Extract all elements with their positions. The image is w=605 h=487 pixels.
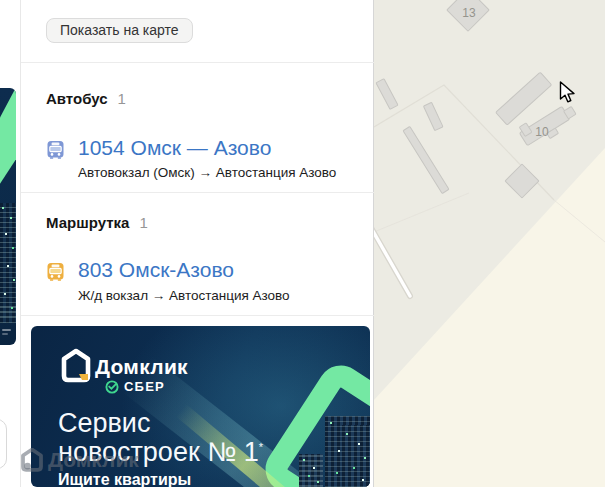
route-endpoints: Ж/д вокзал → Автостанция Азово [78,288,290,303]
sber-logo-icon [105,380,119,394]
domclick-brand-name: Домклик [95,355,188,379]
map-canvas[interactable]: 13 10 [374,0,605,487]
domclick-ad-banner[interactable]: Домклик СБЕР Сервис новостроек № 1* Ищит… [31,326,370,487]
previous-ad-card-edge[interactable] [0,88,16,345]
sber-brand-name: СБЕР [124,379,165,394]
ad-building [299,454,323,487]
domclick-house-logo-icon [61,348,91,384]
section-divider [21,192,374,193]
transit-search-results-screen: Показать на карте Автобус1 1054 Омск — А… [0,0,605,487]
section-count: 1 [139,214,147,231]
section-divider [21,62,374,63]
route-endpoints: Автовокзал (Омск) → Автостанция Азово [78,165,336,180]
search-results-panel: Показать на карте Автобус1 1054 Омск — А… [21,0,374,487]
ad-headline-line2: новостроек № 1* [58,437,263,468]
bus-icon [45,139,66,160]
section-header-minibus: Маршрутка1 [46,214,148,231]
section-label: Автобус [46,90,108,107]
route-link-803[interactable]: 803 Омск-Азово [78,258,234,282]
disclaimer-fragment [2,333,8,335]
section-label: Маршрутка [46,214,129,231]
building-label-13: 13 [462,6,476,20]
industrial-zone-polygon [374,0,605,400]
section-count: 1 [118,90,126,107]
buildings-texture [0,203,16,323]
minibus-icon [45,261,66,282]
ad-headline-line1: Сервис [58,408,150,439]
section-divider [21,315,374,316]
section-header-bus: Автобус1 [46,90,126,107]
adjacent-button-edge[interactable] [0,419,7,469]
route-link-1054[interactable]: 1054 Омск — Азово [78,136,271,160]
disclaimer-fragment [2,329,11,331]
ad-building [342,425,370,487]
building-label-10: 10 [535,125,549,139]
ad-cta-text: Ищите квартиры [58,471,191,487]
sber-brand-row: СБЕР [105,379,165,394]
show-on-map-button[interactable]: Показать на карте [46,18,193,43]
footnote-mark: * [259,441,263,453]
